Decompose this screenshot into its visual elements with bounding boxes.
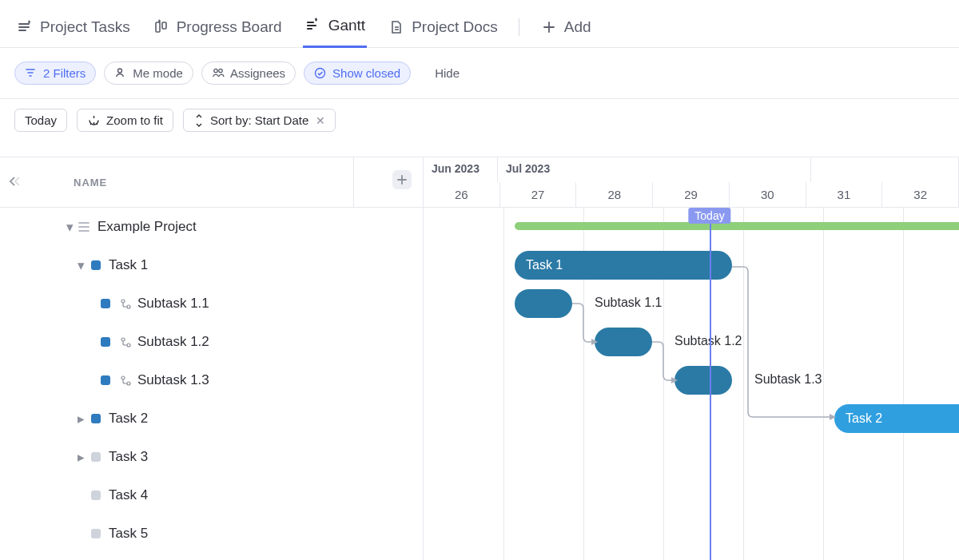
row-label: Task 5 xyxy=(109,526,148,542)
column-header-name: NAME xyxy=(74,177,107,189)
svg-point-11 xyxy=(127,382,130,385)
tree-row-project[interactable]: ▾ Example Project xyxy=(0,208,423,246)
zoom-fit-button[interactable]: Zoom to fit xyxy=(77,109,173,132)
tree-row-task5[interactable]: Task 5 xyxy=(0,514,423,553)
check-circle-icon xyxy=(314,67,327,80)
row-label: Example Project xyxy=(97,219,197,235)
svg-point-8 xyxy=(121,338,125,341)
status-dot xyxy=(101,299,110,308)
tab-label: Project Tasks xyxy=(40,18,130,36)
tab-project-docs[interactable]: Project Docs xyxy=(386,6,499,48)
timeline-week: 27 xyxy=(500,182,577,208)
filter-icon xyxy=(25,67,38,80)
close-icon[interactable]: ✕ xyxy=(316,114,325,127)
chip-label: Assignees xyxy=(230,66,285,80)
timeline-body[interactable]: Today Task 1 Subtask 1.1 Subtask 1.2 Sub… xyxy=(424,208,959,560)
zoom-fit-icon xyxy=(87,113,101,127)
svg-point-4 xyxy=(219,69,222,72)
status-dot xyxy=(91,490,101,500)
tab-label: Gantt xyxy=(328,17,365,34)
gantt-toolbar: Today Zoom to fit Sort by: Start Date ✕ xyxy=(0,99,959,141)
svg-point-7 xyxy=(127,305,130,308)
chip-label: Show closed xyxy=(332,66,400,80)
timeline-week: 31 xyxy=(806,182,883,208)
tree-header: NAME xyxy=(0,157,423,208)
filters-chip[interactable]: 2 Filters xyxy=(14,62,96,85)
tab-project-tasks[interactable]: Project Tasks xyxy=(14,6,132,48)
view-tabs: Project Tasks Progress Board Gantt Proje… xyxy=(0,0,959,48)
timeline-header: Jun 2023Jul 2023 26272829303132 xyxy=(424,157,959,208)
timeline-week: 28 xyxy=(576,182,653,208)
tree-row-task3[interactable]: ▸ Task 3 xyxy=(0,438,423,476)
chip-label: Me mode xyxy=(133,66,183,80)
row-label: Task 1 xyxy=(109,257,148,273)
row-label: Task 2 xyxy=(109,411,148,427)
svg-marker-14 xyxy=(671,377,678,383)
svg-point-6 xyxy=(121,300,125,303)
tab-add-view[interactable]: Add xyxy=(539,6,593,48)
timeline-panel[interactable]: Jun 2023Jul 2023 26272829303132 Today Ta… xyxy=(424,157,959,560)
doc-icon xyxy=(388,18,405,36)
tab-progress-board[interactable]: Progress Board xyxy=(151,6,284,48)
sort-by-button[interactable]: Sort by: Start Date ✕ xyxy=(183,109,336,132)
dependency-lines xyxy=(424,208,959,463)
row-label: Task 3 xyxy=(109,449,148,465)
svg-point-10 xyxy=(121,376,125,379)
button-label: Zoom to fit xyxy=(106,113,163,127)
caret-down-icon[interactable]: ▾ xyxy=(62,219,77,236)
button-label: Sort by: Start Date xyxy=(210,113,308,127)
task-tree-panel: NAME ▾ Example Project ▾ Task 1 xyxy=(0,157,424,560)
pin-board-icon xyxy=(153,18,170,36)
row-label: Subtask 1.3 xyxy=(137,372,209,388)
tree-row-subtask11[interactable]: Subtask 1.1 xyxy=(0,284,423,323)
tree-row-task1[interactable]: ▾ Task 1 xyxy=(0,246,423,284)
caret-right-icon[interactable]: ▸ xyxy=(74,411,88,427)
tree-row-subtask13[interactable]: Subtask 1.3 xyxy=(0,361,423,399)
today-button[interactable]: Today xyxy=(14,109,67,132)
hide-button[interactable]: Hide xyxy=(435,66,460,80)
list-icon xyxy=(77,220,91,234)
plus-icon xyxy=(540,18,558,36)
me-mode-chip[interactable]: Me mode xyxy=(104,62,193,85)
tree-row-subtask12[interactable]: Subtask 1.2 xyxy=(0,323,423,361)
status-dot xyxy=(91,452,101,462)
timeline-month: Jul 2023 xyxy=(498,157,811,182)
show-closed-chip[interactable]: Show closed xyxy=(304,62,411,85)
svg-marker-12 xyxy=(830,414,836,420)
tree-row-task4[interactable]: Task 4 xyxy=(0,476,423,514)
caret-down-icon[interactable]: ▾ xyxy=(74,257,88,274)
tree-row-task2[interactable]: ▸ Task 2 xyxy=(0,399,423,438)
subtask-icon xyxy=(118,335,133,349)
svg-rect-1 xyxy=(162,22,166,29)
pin-list-icon xyxy=(16,18,34,36)
filter-bar: 2 Filters Me mode Assignees Show closed … xyxy=(0,48,959,99)
timeline-week: 30 xyxy=(730,182,806,208)
add-column-button[interactable] xyxy=(392,170,412,189)
timeline-week: 26 xyxy=(424,182,500,208)
column-splitter[interactable] xyxy=(353,157,354,207)
timeline-month xyxy=(811,157,959,182)
chip-label: 2 Filters xyxy=(43,66,86,80)
status-dot xyxy=(91,529,101,538)
svg-point-9 xyxy=(127,344,130,347)
people-icon xyxy=(212,67,225,80)
button-label: Today xyxy=(25,113,57,127)
caret-right-icon[interactable]: ▸ xyxy=(74,449,88,466)
status-dot xyxy=(91,260,101,270)
today-line xyxy=(710,208,711,560)
status-dot xyxy=(101,337,110,347)
timeline-week: 29 xyxy=(653,182,730,208)
task-tree: ▾ Example Project ▾ Task 1 Subtask 1.1 xyxy=(0,208,423,560)
assignees-chip[interactable]: Assignees xyxy=(201,62,296,85)
tab-label: Add xyxy=(564,18,591,36)
tab-divider xyxy=(519,18,519,36)
collapse-panel-icon[interactable] xyxy=(5,172,24,191)
timeline-week: 32 xyxy=(882,182,959,208)
row-label: Subtask 1.1 xyxy=(137,296,209,312)
tab-gantt[interactable]: Gantt xyxy=(303,6,367,48)
tab-label: Project Docs xyxy=(412,18,498,36)
sort-icon xyxy=(193,114,205,127)
status-dot xyxy=(101,375,110,385)
row-label: Task 4 xyxy=(109,487,148,503)
pin-gantt-icon xyxy=(304,17,322,34)
